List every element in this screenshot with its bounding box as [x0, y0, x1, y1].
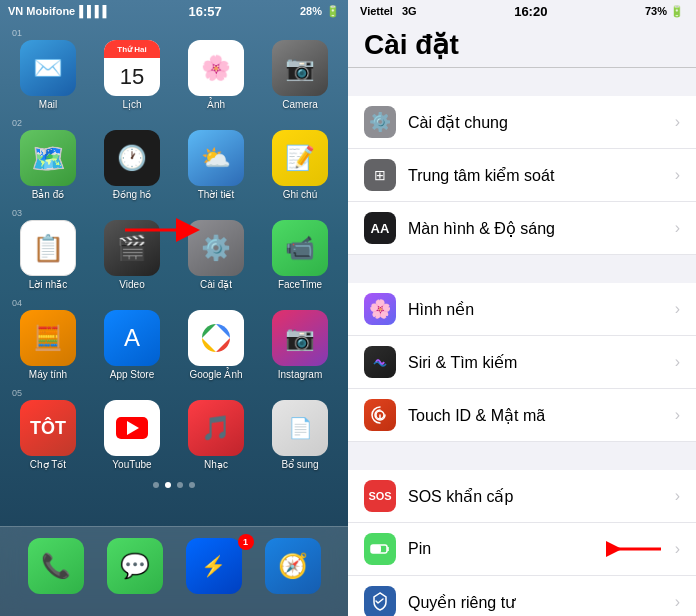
red-arrow-settings: [120, 210, 200, 250]
settings-item-general[interactable]: ⚙️ Cài đặt chung ›: [348, 96, 696, 149]
general-chevron: ›: [675, 113, 680, 131]
dot-1: [153, 482, 159, 488]
dock-messages[interactable]: 💬: [99, 538, 171, 597]
mail-icon: ✉️: [20, 40, 76, 96]
camera-label: Camera: [282, 99, 318, 110]
instagram-label: Instagram: [278, 369, 322, 380]
app-row-01: ✉️ Mail Thứ Hai 15 Lịch 🌸 Ảnh 📷 Camera: [12, 40, 336, 110]
touchid-chevron: ›: [675, 406, 680, 424]
control-label: Trung tâm kiểm soát: [408, 166, 675, 185]
weather-icon: ⛅: [188, 130, 244, 186]
app-settings[interactable]: ⚙️ Cài đặt: [180, 220, 252, 290]
maps-label: Bản đồ: [32, 189, 65, 200]
settings-item-siri[interactable]: Siri & Tìm kiếm ›: [348, 336, 696, 389]
left-carrier: VN Mobifone: [8, 5, 75, 17]
display-chevron: ›: [675, 219, 680, 237]
left-battery: 28%: [300, 5, 322, 17]
right-carrier: Viettel 3G: [360, 5, 417, 17]
row-label-02: 02: [12, 118, 336, 128]
battery-chevron: ›: [675, 540, 680, 558]
dock-phone[interactable]: 📞: [20, 538, 92, 597]
privacy-chevron: ›: [675, 593, 680, 611]
settings-section-3: SOS SOS khẩn cấp › Pin ›: [348, 470, 696, 616]
settings-item-sos[interactable]: SOS SOS khẩn cấp ›: [348, 470, 696, 523]
general-label: Cài đặt chung: [408, 113, 675, 132]
app-calculator[interactable]: 🧮 Máy tính: [12, 310, 84, 380]
display-icon: AA: [364, 212, 396, 244]
settings-nav-bar: Cài đặt: [348, 22, 696, 68]
settings-item-wallpaper[interactable]: 🌸 Hình nền ›: [348, 283, 696, 336]
gphoto-icon: [188, 310, 244, 366]
camera-icon: 📷: [272, 40, 328, 96]
app-mail[interactable]: ✉️ Mail: [12, 40, 84, 110]
settings-item-display[interactable]: AA Màn hình & Độ sáng ›: [348, 202, 696, 254]
page-dots: [0, 482, 348, 488]
app-facetime[interactable]: 📹 FaceTime: [264, 220, 336, 290]
settings-item-control[interactable]: ⊞ Trung tâm kiểm soát ›: [348, 149, 696, 202]
messenger-badge: 1: [238, 534, 254, 550]
app-pages[interactable]: 📄 Bổ sung: [264, 400, 336, 470]
app-gphoto[interactable]: Google Ảnh: [180, 310, 252, 380]
instagram-icon: 📷: [272, 310, 328, 366]
mail-label: Mail: [39, 99, 57, 110]
videos-label: Video: [119, 279, 144, 290]
battery-icon-settings: [364, 533, 396, 565]
settings-label: Cài đặt: [200, 279, 232, 290]
left-status-right: 28% 🔋: [300, 5, 340, 18]
display-label: Màn hình & Độ sáng: [408, 219, 675, 238]
siri-label: Siri & Tìm kiếm: [408, 353, 675, 372]
reminders-label: Lời nhắc: [29, 279, 68, 290]
siri-chevron: ›: [675, 353, 680, 371]
general-icon: ⚙️: [364, 106, 396, 138]
right-panel: Viettel 3G 16:20 73% 🔋 Cài đặt ⚙️ Cài đặ…: [348, 0, 696, 616]
app-notes[interactable]: 📝 Ghi chú: [264, 130, 336, 200]
notes-icon: 📝: [272, 130, 328, 186]
wallpaper-label: Hình nền: [408, 300, 675, 319]
calculator-icon: 🧮: [20, 310, 76, 366]
app-clock[interactable]: 🕐 Đồng hồ: [96, 130, 168, 200]
app-reminders[interactable]: 📋 Lời nhắc: [12, 220, 84, 290]
chot-icon: TÔT: [20, 400, 76, 456]
sos-icon: SOS: [364, 480, 396, 512]
dock: 📞 💬 ⚡ 1 🧭: [0, 526, 348, 616]
app-calendar[interactable]: Thứ Hai 15 Lịch: [96, 40, 168, 110]
youtube-label: YouTube: [112, 459, 151, 470]
app-music[interactable]: 🎵 Nhạc: [180, 400, 252, 470]
app-instagram[interactable]: 📷 Instagram: [264, 310, 336, 380]
photos-icon: 🌸: [188, 40, 244, 96]
app-maps[interactable]: 🗺️ Bản đồ: [12, 130, 84, 200]
app-chot[interactable]: TÔT Chợ Tốt: [12, 400, 84, 470]
row-label-01: 01: [12, 28, 336, 38]
app-photos[interactable]: 🌸 Ảnh: [180, 40, 252, 110]
left-status-left: VN Mobifone ▌▌▌▌: [8, 5, 110, 17]
settings-item-privacy[interactable]: Quyền riêng tư ›: [348, 576, 696, 616]
dock-messenger[interactable]: ⚡ 1: [178, 538, 250, 597]
app-youtube[interactable]: YouTube: [96, 400, 168, 470]
battery-icon: 🔋: [326, 5, 340, 18]
facetime-label: FaceTime: [278, 279, 322, 290]
calendar-icon: Thứ Hai 15: [104, 40, 160, 96]
privacy-label: Quyền riêng tư: [408, 593, 675, 612]
app-row-04: 🧮 Máy tính A App Store: [12, 310, 336, 380]
app-weather[interactable]: ⛅ Thời tiết: [180, 130, 252, 200]
youtube-icon: [104, 400, 160, 456]
signal-icon: ▌▌▌▌: [79, 5, 110, 17]
touchid-label: Touch ID & Mật mã: [408, 406, 675, 425]
control-chevron: ›: [675, 166, 680, 184]
app-appstore[interactable]: A App Store: [96, 310, 168, 380]
app-row-03: 📋 Lời nhắc 🎬 Video ⚙️ Cài đặt: [12, 220, 336, 290]
settings-section-2: 🌸 Hình nền › Siri & Tìm kiếm ›: [348, 283, 696, 442]
sos-chevron: ›: [675, 487, 680, 505]
pages-icon: 📄: [272, 400, 328, 456]
settings-item-touchid[interactable]: Touch ID & Mật mã ›: [348, 389, 696, 441]
safari-icon: 🧭: [265, 538, 321, 594]
wallpaper-chevron: ›: [675, 300, 680, 318]
app-camera[interactable]: 📷 Camera: [264, 40, 336, 110]
settings-item-battery[interactable]: Pin ›: [348, 523, 696, 576]
section-gap-2: [348, 255, 696, 283]
right-battery-icon: 🔋: [670, 5, 684, 17]
left-panel: VN Mobifone ▌▌▌▌ 16:57 28% 🔋 01 ✉️ Mail …: [0, 0, 348, 616]
dock-safari[interactable]: 🧭: [257, 538, 329, 597]
left-status-bar: VN Mobifone ▌▌▌▌ 16:57 28% 🔋: [0, 0, 348, 22]
left-time: 16:57: [189, 4, 222, 19]
